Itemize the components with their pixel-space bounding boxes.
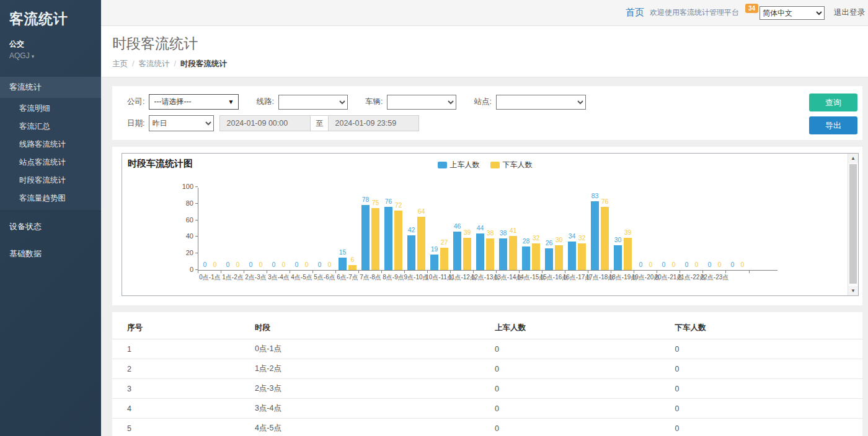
breadcrumb-passenger-stats[interactable]: 客流统计 — [138, 59, 169, 68]
bar-value-label: 0 — [718, 261, 722, 268]
filter-row-1: 公司: ---请选择--- ▼ 线路: 车辆: 站点: — [127, 94, 800, 110]
bar-value-label: 0 — [662, 261, 666, 268]
bar-value-label: 0 — [672, 261, 676, 268]
chevron-down-icon: ▾ — [32, 53, 35, 59]
sidebar-item-base-data[interactable]: 基础数据 — [0, 242, 101, 266]
sidebar-subitem-客流汇总[interactable]: 客流汇总 — [0, 118, 101, 136]
date-range: 至 — [219, 115, 419, 131]
company-select[interactable]: ---请选择--- ▼ — [149, 94, 239, 110]
chart-bar: 46 — [453, 232, 461, 270]
sidebar-item-device-status[interactable]: 设备状态 — [0, 215, 101, 238]
chart-panel: 时段车流统计图 上车人数下车人数 000点-1点001点-2点002点-3点00… — [112, 147, 862, 305]
bar-value-label: 0 — [272, 261, 276, 268]
chart-category: 002点-3点 — [244, 188, 267, 270]
chart-bar: 19 — [430, 255, 438, 270]
legend-label: 下车人数 — [503, 160, 533, 170]
header-index: 序号 — [112, 317, 255, 339]
breadcrumb: 主页/客流统计/时段客流统计 — [112, 59, 857, 69]
chart-legend: 上车人数下车人数 — [122, 160, 848, 170]
app-title: 客流统计 — [0, 0, 101, 28]
sidebar-subitem-客流量趋势图[interactable]: 客流量趋势图 — [0, 190, 101, 207]
scrollbar-up-arrow-icon[interactable]: ▲ — [848, 154, 858, 163]
chart-bar: 83 — [591, 201, 599, 270]
bar-value-label: 78 — [362, 196, 370, 203]
y-axis-label: 60 — [186, 217, 193, 224]
sidebar-subitem-客流明细[interactable]: 客流明细 — [0, 100, 101, 118]
y-axis-tick — [195, 186, 198, 187]
date-to-input[interactable] — [328, 115, 419, 131]
user-dropdown[interactable]: AQGJ▾ — [9, 51, 92, 60]
table-row: 43点-4点00 — [112, 399, 862, 419]
sidebar-subitem-时段客流统计[interactable]: 时段客流统计 — [0, 172, 101, 190]
chart-bar: 76 — [601, 207, 609, 270]
x-axis-label: 1点-2点 — [222, 273, 243, 282]
y-axis-label: 100 — [182, 183, 193, 190]
table-row: 32点-3点00 — [112, 379, 862, 399]
legend-item[interactable]: 上车人数 — [438, 160, 480, 170]
home-link[interactable]: 首页 — [626, 7, 644, 19]
line-label: 线路: — [256, 97, 273, 107]
filter-panel: 公司: ---请选择--- ▼ 线路: 车辆: 站点: — [112, 86, 862, 140]
legend-swatch — [490, 162, 500, 168]
station-select[interactable] — [496, 95, 586, 110]
legend-label: 上车人数 — [450, 160, 480, 170]
chart-category: 42649点-10点 — [405, 188, 428, 270]
scrollbar-thumb[interactable] — [849, 164, 857, 284]
chart-bars: 000点-1点001点-2点002点-3点003点-4点004点-5点005点-… — [198, 188, 777, 270]
query-button[interactable]: 查询 — [809, 94, 857, 111]
x-axis-label: 6点-7点 — [337, 273, 358, 282]
table-row: 54点-5点00 — [112, 419, 862, 436]
breadcrumb-separator: / — [174, 59, 175, 68]
sidebar-subitem-线路客流统计[interactable]: 线路客流统计 — [0, 136, 101, 154]
table-cell: 0 — [495, 399, 675, 419]
bar-value-label: 42 — [408, 226, 415, 233]
date-from-input[interactable] — [219, 115, 311, 131]
sidebar-item-passenger-stats[interactable]: 客流统计 — [0, 77, 101, 98]
bar-value-label: 0 — [649, 261, 653, 268]
language-select[interactable]: 简体中文 — [760, 6, 825, 20]
bar-value-label: 26 — [546, 239, 553, 246]
menu-root-base-data: 基础数据 — [0, 242, 101, 266]
breadcrumb-home[interactable]: 主页 — [112, 59, 128, 68]
chart-bar: 38 — [499, 238, 507, 270]
date-preset-select[interactable]: 昨日 — [149, 115, 214, 131]
scrollbar-down-arrow-icon[interactable]: ▼ — [848, 286, 858, 295]
bar-value-label: 75 — [372, 199, 379, 206]
bar-value-label: 0 — [203, 261, 207, 268]
chart-bar: 30 — [614, 245, 622, 270]
logout-link[interactable]: 退出登录 — [834, 7, 865, 18]
x-axis-label: 0点-1点 — [199, 273, 220, 282]
page-header: 时段客流统计 主页/客流统计/时段客流统计 — [101, 26, 868, 77]
bar-value-label: 32 — [533, 234, 540, 242]
chart-bar: 75 — [371, 208, 379, 271]
bar-value-label: 0 — [236, 261, 240, 268]
bar-value-label: 0 — [226, 261, 230, 268]
chart-bar: 64 — [417, 217, 425, 270]
sidebar-subitem-站点客流统计[interactable]: 站点客流统计 — [0, 154, 101, 172]
station-label: 站点: — [474, 97, 491, 107]
chart-bar: 30 — [555, 245, 563, 270]
y-axis-label: 80 — [186, 200, 193, 207]
chart-category: 78757点-8点 — [359, 188, 382, 270]
chart-category: 0021点-22点 — [680, 188, 703, 270]
bar-value-label: 0 — [318, 261, 322, 268]
bar-value-label: 27 — [441, 238, 448, 246]
chart-plot: 000点-1点001点-2点002点-3点003点-4点004点-5点005点-… — [198, 188, 777, 271]
x-axis-end-tick — [749, 271, 750, 273]
page-title: 时段客流统计 — [112, 34, 857, 53]
line-select[interactable] — [278, 95, 348, 110]
chart-bar: 78 — [361, 205, 370, 270]
bar-value-label: 76 — [601, 198, 609, 205]
table-cell: 0 — [495, 339, 675, 359]
x-axis-label: 3点-4点 — [268, 273, 289, 282]
chart-vertical-scrollbar[interactable]: ▲ ▼ — [848, 154, 858, 295]
y-axis-label: 20 — [186, 250, 193, 256]
chart-category: 263015点-16点 — [542, 188, 565, 270]
export-button[interactable]: 导出 — [809, 116, 857, 134]
chart-bar: 42 — [407, 235, 415, 270]
chart-category: 76728点-9点 — [382, 188, 405, 270]
notification-badge[interactable]: 34 — [745, 4, 758, 13]
vehicle-select[interactable] — [387, 95, 456, 110]
legend-item[interactable]: 下车人数 — [490, 160, 533, 170]
legend-swatch — [438, 162, 447, 168]
